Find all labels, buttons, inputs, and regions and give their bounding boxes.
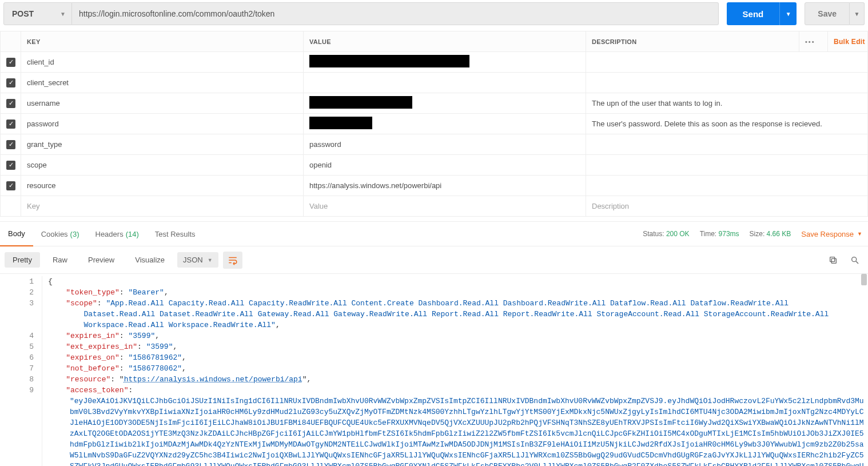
save-button[interactable]: Save: [805, 2, 850, 25]
header-checkbox-col: [1, 31, 21, 52]
chevron-down-icon: ▼: [857, 231, 862, 237]
search-button[interactable]: [846, 252, 863, 269]
row-checkbox[interactable]: [6, 140, 15, 149]
bulk-edit-link-cell[interactable]: Bulk Edit: [828, 31, 868, 52]
view-pretty[interactable]: Pretty: [5, 252, 40, 268]
header-more[interactable]: •••: [799, 31, 828, 52]
tab-body[interactable]: Body: [0, 221, 33, 246]
param-value-cell[interactable]: [304, 73, 586, 93]
format-select[interactable]: JSON ▼: [177, 252, 218, 268]
save-button-caret[interactable]: ▼: [850, 2, 865, 25]
param-key-cell[interactable]: client_id: [21, 52, 304, 73]
row-checkbox[interactable]: [6, 161, 15, 170]
wrap-icon: [228, 255, 238, 265]
http-method-select[interactable]: POST ▼: [3, 2, 72, 25]
wrap-lines-button[interactable]: [223, 252, 242, 269]
param-value-cell[interactable]: [304, 52, 586, 73]
tab-headers[interactable]: Headers (14): [87, 221, 147, 246]
redacted-value: [309, 55, 469, 67]
svg-rect-0: [831, 258, 836, 263]
row-checkbox[interactable]: [6, 58, 15, 67]
send-button[interactable]: Send: [727, 2, 780, 25]
param-key-cell[interactable]: password: [21, 114, 304, 134]
chevron-down-icon: ▼: [208, 257, 213, 263]
param-description-placeholder[interactable]: Description: [586, 196, 868, 217]
param-key-cell[interactable]: scope: [21, 155, 304, 176]
search-icon: [850, 256, 859, 265]
send-button-caret[interactable]: ▼: [779, 2, 797, 25]
params-table: KEY VALUE DESCRIPTION ••• Bulk Edit clie…: [0, 31, 868, 217]
param-value-cell[interactable]: openid: [304, 155, 586, 176]
svg-line-3: [856, 261, 858, 264]
redacted-value: [309, 96, 412, 109]
more-icon: •••: [805, 38, 815, 45]
copy-button[interactable]: [825, 252, 842, 269]
param-key-cell[interactable]: grant_type: [21, 134, 304, 155]
header-description: DESCRIPTION: [586, 31, 799, 52]
svg-rect-1: [830, 257, 835, 261]
header-value: VALUE: [304, 31, 586, 52]
size-label: Size: 4.66 KB: [750, 230, 791, 238]
param-value-cell[interactable]: https://analysis.windows.net/powerbi/api: [304, 176, 586, 196]
table-row: client_id: [1, 52, 868, 73]
view-raw[interactable]: Raw: [45, 252, 75, 268]
view-visualize[interactable]: Visualize: [127, 252, 173, 268]
table-row: grant_typepassword: [1, 134, 868, 155]
chevron-down-icon: ▼: [60, 11, 66, 17]
param-key-cell[interactable]: client_secret: [21, 73, 304, 93]
time-label: Time: 973ms: [700, 230, 739, 238]
param-key-cell[interactable]: username: [21, 93, 304, 114]
table-row-placeholder[interactable]: KeyValueDescription: [1, 196, 868, 217]
param-description-cell[interactable]: [586, 134, 868, 155]
tab-cookies[interactable]: Cookies (3): [33, 221, 87, 246]
line-gutter: 123456789: [0, 276, 42, 466]
param-description-cell[interactable]: [586, 52, 868, 73]
row-checkbox[interactable]: [6, 181, 15, 190]
http-method-value: POST: [12, 9, 34, 18]
param-description-cell[interactable]: The upn of the user that wants to log in…: [586, 93, 868, 114]
table-row: passwordThe user's password. Delete this…: [1, 114, 868, 134]
bulk-edit-link: Bulk Edit: [834, 38, 865, 46]
param-key-placeholder[interactable]: Key: [21, 196, 304, 217]
param-value-cell[interactable]: [304, 93, 586, 114]
row-checkbox[interactable]: [6, 78, 15, 87]
response-body-code[interactable]: { "token_type": "Bearer", "scope": "App.…: [42, 276, 868, 466]
header-key: KEY: [21, 31, 304, 52]
param-value-placeholder[interactable]: Value: [304, 196, 586, 217]
tab-test-results[interactable]: Test Results: [147, 221, 204, 246]
request-url-input[interactable]: [72, 2, 719, 25]
param-description-cell[interactable]: The user's password. Delete this as soon…: [586, 114, 868, 134]
save-response-link[interactable]: Save Response ▼: [801, 230, 862, 238]
param-value-cell[interactable]: [304, 114, 586, 134]
scrollbar-thumb[interactable]: [861, 274, 867, 285]
view-preview[interactable]: Preview: [80, 252, 122, 268]
table-row: usernameThe upn of the user that wants t…: [1, 93, 868, 114]
param-description-cell[interactable]: [586, 73, 868, 93]
row-checkbox[interactable]: [6, 99, 15, 108]
table-row: client_secret: [1, 73, 868, 93]
redacted-value: [309, 117, 372, 129]
status-label: Status: 200 OK: [643, 230, 689, 238]
param-description-cell[interactable]: [586, 176, 868, 196]
table-row: resourcehttps://analysis.windows.net/pow…: [1, 176, 868, 196]
param-description-cell[interactable]: [586, 155, 868, 176]
row-checkbox[interactable]: [6, 120, 15, 129]
svg-point-2: [852, 257, 857, 261]
param-key-cell[interactable]: resource: [21, 176, 304, 196]
table-row: scopeopenid: [1, 155, 868, 176]
copy-icon: [829, 256, 838, 265]
param-value-cell[interactable]: password: [304, 134, 586, 155]
